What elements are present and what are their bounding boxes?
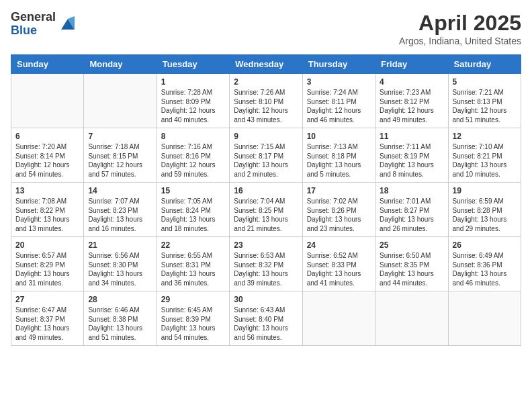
- day-info: Sunrise: 7:01 AM Sunset: 8:27 PM Dayligh…: [380, 197, 443, 233]
- calendar-week-row: 6Sunrise: 7:20 AM Sunset: 8:14 PM Daylig…: [11, 128, 521, 183]
- day-number: 2: [234, 77, 298, 87]
- day-info: Sunrise: 6:43 AM Sunset: 8:40 PM Dayligh…: [234, 306, 298, 342]
- weekday-header-friday: Friday: [375, 55, 448, 74]
- weekday-header-row: SundayMondayTuesdayWednesdayThursdayFrid…: [11, 55, 521, 74]
- calendar-day-cell: 21Sunrise: 6:56 AM Sunset: 8:30 PM Dayli…: [84, 237, 157, 291]
- weekday-header-wednesday: Wednesday: [230, 55, 302, 74]
- day-info: Sunrise: 7:11 AM Sunset: 8:19 PM Dayligh…: [380, 142, 443, 179]
- day-number: 16: [234, 186, 298, 195]
- calendar-day-cell: 29Sunrise: 6:45 AM Sunset: 8:39 PM Dayli…: [157, 291, 229, 346]
- day-info: Sunrise: 6:49 AM Sunset: 8:36 PM Dayligh…: [453, 251, 517, 287]
- day-number: 15: [161, 186, 225, 195]
- day-number: 9: [234, 132, 298, 141]
- calendar-day-cell: 9Sunrise: 7:15 AM Sunset: 8:17 PM Daylig…: [230, 128, 302, 183]
- day-info: Sunrise: 6:46 AM Sunset: 8:38 PM Dayligh…: [88, 306, 152, 342]
- day-number: 6: [15, 132, 79, 141]
- day-info: Sunrise: 7:26 AM Sunset: 8:10 PM Dayligh…: [234, 88, 298, 124]
- calendar-day-cell: 30Sunrise: 6:43 AM Sunset: 8:40 PM Dayli…: [230, 291, 302, 346]
- weekday-header-sunday: Sunday: [11, 55, 84, 74]
- day-info: Sunrise: 7:18 AM Sunset: 8:15 PM Dayligh…: [88, 142, 152, 179]
- calendar-day-cell: [84, 74, 157, 128]
- title-area: April 2025 Argos, Indiana, United States: [399, 11, 521, 46]
- day-number: 27: [15, 295, 79, 304]
- day-number: 12: [453, 132, 517, 141]
- calendar-day-cell: 27Sunrise: 6:47 AM Sunset: 8:37 PM Dayli…: [11, 291, 84, 346]
- day-info: Sunrise: 7:23 AM Sunset: 8:12 PM Dayligh…: [380, 88, 443, 124]
- day-number: 24: [307, 240, 371, 250]
- day-info: Sunrise: 7:07 AM Sunset: 8:23 PM Dayligh…: [88, 197, 152, 233]
- day-info: Sunrise: 6:53 AM Sunset: 8:32 PM Dayligh…: [234, 251, 298, 287]
- calendar-week-row: 1Sunrise: 7:28 AM Sunset: 8:09 PM Daylig…: [11, 74, 521, 128]
- logo: General Blue: [11, 11, 77, 38]
- calendar-table: SundayMondayTuesdayWednesdayThursdayFrid…: [11, 54, 521, 346]
- day-info: Sunrise: 7:20 AM Sunset: 8:14 PM Dayligh…: [15, 142, 79, 179]
- day-number: 22: [161, 240, 225, 250]
- calendar-day-cell: [448, 291, 521, 346]
- day-number: 23: [234, 240, 298, 250]
- calendar-day-cell: 5Sunrise: 7:21 AM Sunset: 8:13 PM Daylig…: [448, 74, 521, 128]
- calendar-day-cell: 24Sunrise: 6:52 AM Sunset: 8:33 PM Dayli…: [302, 237, 375, 291]
- day-number: 13: [15, 186, 79, 195]
- day-info: Sunrise: 6:45 AM Sunset: 8:39 PM Dayligh…: [161, 306, 225, 342]
- day-info: Sunrise: 6:50 AM Sunset: 8:35 PM Dayligh…: [380, 251, 443, 287]
- day-number: 25: [380, 240, 443, 250]
- calendar-day-cell: 18Sunrise: 7:01 AM Sunset: 8:27 PM Dayli…: [375, 183, 448, 237]
- calendar-day-cell: 6Sunrise: 7:20 AM Sunset: 8:14 PM Daylig…: [11, 128, 84, 183]
- day-info: Sunrise: 6:56 AM Sunset: 8:30 PM Dayligh…: [88, 251, 152, 287]
- calendar-day-cell: 16Sunrise: 7:04 AM Sunset: 8:25 PM Dayli…: [230, 183, 302, 237]
- day-number: 20: [15, 240, 79, 250]
- day-info: Sunrise: 6:47 AM Sunset: 8:37 PM Dayligh…: [15, 306, 79, 342]
- calendar-day-cell: [11, 74, 84, 128]
- day-number: 14: [88, 186, 152, 195]
- calendar-week-row: 13Sunrise: 7:08 AM Sunset: 8:22 PM Dayli…: [11, 183, 521, 237]
- calendar-day-cell: 25Sunrise: 6:50 AM Sunset: 8:35 PM Dayli…: [375, 237, 448, 291]
- logo-icon: [58, 13, 77, 32]
- day-info: Sunrise: 7:21 AM Sunset: 8:13 PM Dayligh…: [453, 88, 517, 124]
- day-number: 21: [88, 240, 152, 250]
- day-info: Sunrise: 7:15 AM Sunset: 8:17 PM Dayligh…: [234, 142, 298, 179]
- calendar-day-cell: 2Sunrise: 7:26 AM Sunset: 8:10 PM Daylig…: [230, 74, 302, 128]
- day-number: 28: [88, 295, 152, 304]
- calendar-day-cell: 12Sunrise: 7:10 AM Sunset: 8:21 PM Dayli…: [448, 128, 521, 183]
- calendar-day-cell: 19Sunrise: 6:59 AM Sunset: 8:28 PM Dayli…: [448, 183, 521, 237]
- day-number: 1: [161, 77, 225, 87]
- calendar-day-cell: 20Sunrise: 6:57 AM Sunset: 8:29 PM Dayli…: [11, 237, 84, 291]
- day-number: 10: [307, 132, 371, 141]
- calendar-day-cell: [302, 291, 375, 346]
- calendar-day-cell: 10Sunrise: 7:13 AM Sunset: 8:18 PM Dayli…: [302, 128, 375, 183]
- day-number: 11: [380, 132, 443, 141]
- day-number: 4: [380, 77, 443, 87]
- day-info: Sunrise: 6:57 AM Sunset: 8:29 PM Dayligh…: [15, 251, 79, 287]
- calendar-day-cell: 8Sunrise: 7:16 AM Sunset: 8:16 PM Daylig…: [157, 128, 229, 183]
- day-number: 17: [307, 186, 371, 195]
- day-number: 3: [307, 77, 371, 87]
- day-number: 8: [161, 132, 225, 141]
- calendar-day-cell: 1Sunrise: 7:28 AM Sunset: 8:09 PM Daylig…: [157, 74, 229, 128]
- day-info: Sunrise: 7:05 AM Sunset: 8:24 PM Dayligh…: [161, 197, 225, 233]
- calendar-day-cell: 28Sunrise: 6:46 AM Sunset: 8:38 PM Dayli…: [84, 291, 157, 346]
- day-info: Sunrise: 7:08 AM Sunset: 8:22 PM Dayligh…: [15, 197, 79, 233]
- day-info: Sunrise: 7:13 AM Sunset: 8:18 PM Dayligh…: [307, 142, 371, 179]
- location-title: Argos, Indiana, United States: [399, 36, 521, 46]
- calendar-day-cell: 13Sunrise: 7:08 AM Sunset: 8:22 PM Dayli…: [11, 183, 84, 237]
- day-info: Sunrise: 7:24 AM Sunset: 8:11 PM Dayligh…: [307, 88, 371, 124]
- calendar-day-cell: 23Sunrise: 6:53 AM Sunset: 8:32 PM Dayli…: [230, 237, 302, 291]
- day-info: Sunrise: 7:02 AM Sunset: 8:26 PM Dayligh…: [307, 197, 371, 233]
- weekday-header-thursday: Thursday: [302, 55, 375, 74]
- day-number: 30: [234, 295, 298, 304]
- logo-general: General: [11, 11, 56, 24]
- day-number: 29: [161, 295, 225, 304]
- calendar-day-cell: 11Sunrise: 7:11 AM Sunset: 8:19 PM Dayli…: [375, 128, 448, 183]
- day-number: 26: [453, 240, 517, 250]
- weekday-header-saturday: Saturday: [448, 55, 521, 74]
- day-info: Sunrise: 7:10 AM Sunset: 8:21 PM Dayligh…: [453, 142, 517, 179]
- page-header: General Blue April 2025 Argos, Indiana, …: [11, 11, 521, 46]
- calendar-day-cell: 15Sunrise: 7:05 AM Sunset: 8:24 PM Dayli…: [157, 183, 229, 237]
- calendar-week-row: 27Sunrise: 6:47 AM Sunset: 8:37 PM Dayli…: [11, 291, 521, 346]
- day-info: Sunrise: 6:52 AM Sunset: 8:33 PM Dayligh…: [307, 251, 371, 287]
- day-info: Sunrise: 6:59 AM Sunset: 8:28 PM Dayligh…: [453, 197, 517, 233]
- day-info: Sunrise: 7:04 AM Sunset: 8:25 PM Dayligh…: [234, 197, 298, 233]
- weekday-header-monday: Monday: [84, 55, 157, 74]
- day-info: Sunrise: 6:55 AM Sunset: 8:31 PM Dayligh…: [161, 251, 225, 287]
- logo-blue: Blue: [11, 24, 56, 38]
